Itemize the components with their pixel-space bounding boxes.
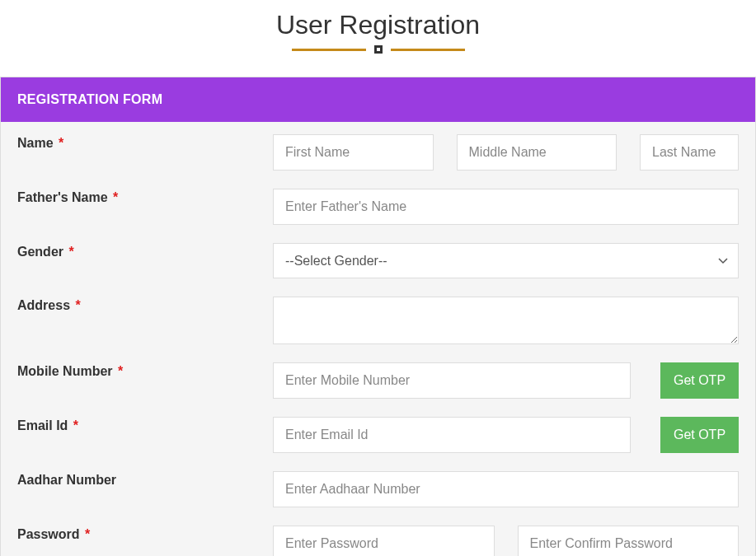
label-address: Address * (17, 297, 273, 313)
address-textarea[interactable] (273, 297, 739, 344)
confirm-password-input[interactable] (518, 526, 740, 556)
label-password: Password * (17, 526, 273, 542)
label-father: Father's Name * (17, 189, 273, 205)
mobile-get-otp-button[interactable]: Get OTP (660, 362, 739, 399)
father-name-input[interactable] (273, 189, 739, 225)
gender-select[interactable]: --Select Gender-- (273, 243, 739, 278)
required-asterisk: * (115, 364, 124, 378)
first-name-input[interactable] (273, 134, 434, 171)
required-asterisk: * (72, 298, 81, 312)
row-mobile: Mobile Number * Get OTP (17, 362, 739, 399)
divider-line-left (292, 49, 366, 51)
last-name-input[interactable] (640, 134, 739, 171)
middle-name-input[interactable] (457, 134, 617, 171)
required-asterisk: * (82, 527, 91, 541)
label-email: Email Id * (17, 417, 273, 433)
row-gender: Gender * --Select Gender-- (17, 243, 739, 278)
row-password: Password * (17, 526, 739, 556)
required-asterisk: * (65, 245, 74, 259)
label-aadhar: Aadhar Number (17, 471, 273, 488)
divider-line-right (391, 49, 465, 51)
label-gender: Gender * (17, 243, 273, 259)
aadhar-input[interactable] (273, 471, 739, 507)
required-asterisk: * (110, 190, 119, 204)
title-divider (0, 45, 756, 54)
page-title: User Registration (0, 0, 756, 45)
label-mobile: Mobile Number * (17, 362, 273, 379)
form-body: Name * Father's Name * Gender * (1, 122, 755, 556)
label-name: Name * (17, 134, 273, 151)
row-father: Father's Name * (17, 189, 739, 225)
form-header: REGISTRATION FORM (1, 77, 755, 122)
row-name: Name * (17, 134, 739, 171)
required-asterisk: * (69, 418, 78, 432)
email-get-otp-button[interactable]: Get OTP (660, 417, 739, 453)
row-aadhar: Aadhar Number (17, 471, 739, 507)
email-input[interactable] (273, 417, 631, 453)
divider-square-icon (374, 45, 383, 54)
mobile-input[interactable] (273, 362, 631, 399)
row-address: Address * (17, 297, 739, 344)
registration-form-container: REGISTRATION FORM Name * Father's Name * (0, 77, 756, 556)
row-email: Email Id * Get OTP (17, 417, 739, 453)
required-asterisk: * (55, 136, 64, 150)
password-input[interactable] (273, 526, 495, 556)
